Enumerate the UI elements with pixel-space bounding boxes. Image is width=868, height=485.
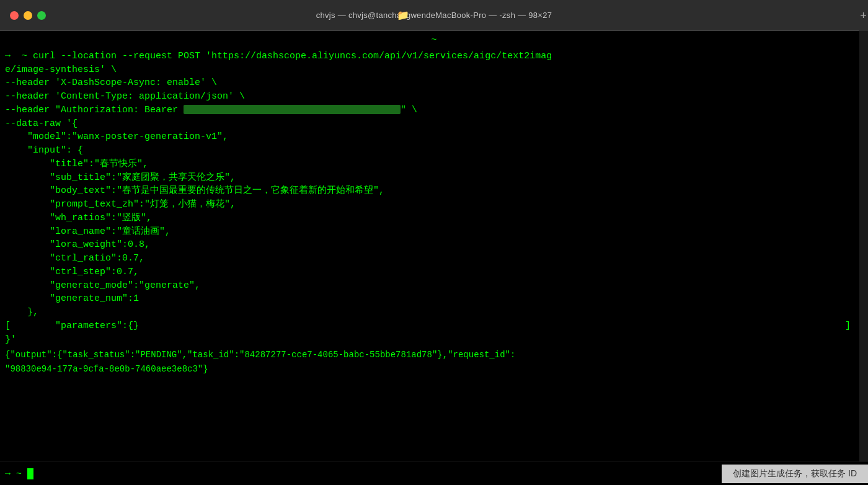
window-title: chvjs — chvjs@tanchangwendeMacBook-Pro —… [316, 11, 552, 20]
cmd-line-16: "ctrl_ratio":0.7, [5, 252, 863, 265]
cmd-line-2: e/image-synthesis' \ [5, 63, 863, 77]
cmd-line-20: }, [5, 306, 863, 319]
cmd-line-19: "generate_num":1 [5, 292, 863, 306]
output-line-1: {"output":{"task_status":"PENDING","task… [5, 349, 863, 361]
cmd-line-3: --header 'X-DashScope-Async: enable' \ [5, 76, 863, 90]
cmd-line-1: → ~ curl --location --request POST 'http… [5, 50, 863, 63]
cmd-line-9: "title":"春节快乐", [5, 158, 863, 171]
maximize-button[interactable] [37, 11, 46, 20]
output-line-2: "98830e94-177a-9cfa-8e0b-7460aee3e8c3"} [5, 363, 863, 375]
cmd-line-1-text: → ~ curl --location --request POST 'http… [5, 51, 552, 61]
terminal-content: ~ → ~ curl --location --request POST 'ht… [0, 31, 868, 375]
status-comment: 创建图片生成任务，获取任务 ID [722, 465, 868, 483]
cmd-line-14: "lora_name":"童话油画", [5, 225, 863, 239]
output-section: {"output":{"task_status":"PENDING","task… [5, 349, 863, 375]
new-tab-icon[interactable]: + [860, 9, 867, 22]
cmd-line-18: "generate_mode":"generate", [5, 279, 863, 293]
task-id: 84287277-cce7-4065-babc-55bbe781ad78 [244, 350, 432, 360]
cmd-line-5: --header "Authorization: Bearer " \ [5, 104, 863, 117]
output-line-1-prefix: {"output":{"task_status":"PENDING","task… [5, 350, 244, 360]
cmd-line-4: --header 'Content-Type: application/json… [5, 90, 863, 104]
cmd-line-7: "model":"wanx-poster-generation-v1", [5, 130, 863, 144]
cursor-blink [27, 468, 33, 479]
cmd-line-10: "sub_title":"家庭团聚，共享天伦之乐", [5, 171, 863, 185]
cmd-line-15: "lora_weight":0.8, [5, 238, 863, 252]
cmd-line-22: }' [5, 333, 863, 347]
cmd-line-11: "body_text":"春节是中国最重要的传统节日之一，它象征着新的开始和希望… [5, 184, 863, 198]
terminal-window: ~ → ~ curl --location --request POST 'ht… [0, 31, 868, 485]
minimize-button[interactable] [24, 11, 32, 20]
cmd-line-12: "prompt_text_zh":"灯笼，小猫，梅花", [5, 198, 863, 211]
auth-token-redacted [184, 105, 401, 114]
cmd-line-17: "ctrl_step":0.7, [5, 265, 863, 279]
cmd-line-21: [ "parameters":{}] [5, 319, 863, 333]
params-text: "parameters":{} [33, 321, 139, 331]
cmd-line-5-prefix: --header "Authorization: Bearer [5, 105, 184, 115]
cmd-line-8: "input": { [5, 144, 863, 158]
bracket-open: [ [5, 321, 11, 331]
cmd-line-6: --data-raw '{ [5, 117, 863, 131]
cmd-line-13: "wh_ratios":"竖版", [5, 211, 863, 225]
new-tab-area[interactable]: + [859, 0, 868, 31]
close-button[interactable] [10, 11, 19, 20]
cmd-line-5-suffix: " \ [401, 105, 417, 115]
folder-icon: 📁 [397, 9, 409, 21]
scrollbar[interactable] [859, 31, 868, 485]
bottom-bar: → ~ 创建图片生成任务，获取任务 ID [0, 461, 868, 485]
output-line-1-suffix: "},"request_id": [432, 350, 515, 360]
bottom-prompt: → ~ [0, 468, 33, 479]
tilde-line: ~ [5, 31, 863, 50]
window-controls[interactable] [10, 11, 46, 20]
bracket-close: ] [845, 319, 851, 333]
title-bar: 📁 chvjs — chvjs@tanchangwendeMacBook-Pro… [0, 0, 868, 31]
